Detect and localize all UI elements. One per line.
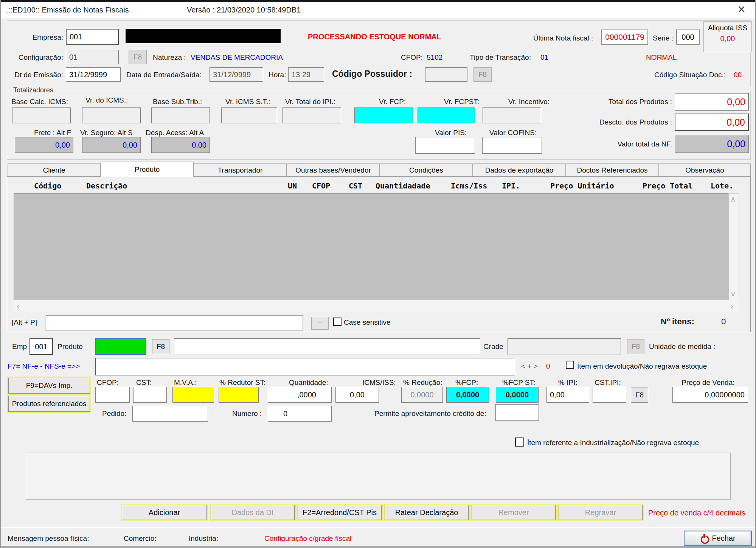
col-codigo: Código [34, 181, 61, 190]
quantidade-label: Quantidade: [289, 378, 328, 387]
serie-value: 000 [676, 30, 700, 45]
plus-nav[interactable]: < + > [521, 362, 538, 371]
vr-total-ipi-input[interactable] [283, 107, 341, 123]
window-version: Versão : 21/03/2020 10:58:49DB1 [187, 6, 301, 14]
numero-label: Numero : [232, 409, 262, 418]
app-window: .::ED100:: Emissão de Notas Fiscais Vers… [0, 0, 756, 548]
valor-cofins-label: Valor COFINS: [489, 129, 537, 137]
davs-imp-button[interactable]: F9=DAVs Imp. [8, 378, 90, 394]
fechar-button[interactable]: Fechar [684, 531, 752, 546]
col-quantidade: Quantidadade [376, 181, 430, 190]
cst-ipi-f8-button[interactable]: F8 [631, 388, 648, 403]
cst-ipi-input[interactable] [593, 387, 626, 403]
produtos-referenciados-button[interactable]: Produtos referenciados [8, 396, 90, 412]
base-sub-trib-input[interactable] [151, 107, 210, 123]
tipo-transacao-value: 01 [540, 53, 548, 62]
pedido-input[interactable] [132, 406, 208, 422]
vr-fcp-input[interactable] [354, 107, 413, 123]
cst-detail-label: CST: [136, 378, 152, 387]
footer-separator [1, 527, 756, 528]
base-calc-icms-label: Base Calc. ICMS: [11, 98, 68, 106]
entrada-saida-input[interactable]: 31/12/9999 [210, 67, 263, 82]
ipi-input[interactable]: 0,00 [546, 387, 589, 403]
tab-outras-bases[interactable]: Outras bases/Vendedor [287, 163, 380, 177]
tab-observacao[interactable]: Observação [659, 163, 751, 177]
total-produtos-value: 0,00 [675, 93, 749, 111]
tab-doctos-referenciados[interactable]: Doctos Referenciados [566, 163, 659, 177]
scroll-up-icon[interactable]: ∧ [730, 195, 736, 204]
preco-venda-label: Preço de Venda: [681, 378, 735, 387]
tab-transportador[interactable]: Transportador [194, 163, 287, 177]
situacao-doc-value: 00 [734, 71, 742, 79]
vr-icms-input[interactable] [82, 107, 141, 123]
valor-total-nf-value: 0,00 [675, 135, 749, 153]
items-grid-vscrollbar[interactable]: ∧ ∨ [728, 193, 739, 300]
valor-pis-input[interactable] [415, 137, 475, 154]
produto-codigo-input[interactable] [95, 338, 146, 355]
f7-nfe-label: F7= NF-e - NFS-e =>> [8, 362, 80, 371]
browse-button[interactable]: ... [311, 317, 329, 330]
product-search-input[interactable] [46, 315, 303, 330]
codigo-possuidor-input[interactable] [425, 67, 467, 82]
quantidade-input[interactable]: ,0000 [268, 387, 332, 403]
col-un: UN [288, 181, 297, 190]
industrializacao-checkbox[interactable] [515, 437, 524, 447]
icms-iss-input[interactable]: 0,00 [335, 387, 379, 403]
scroll-right-icon[interactable]: › [730, 301, 733, 311]
items-grid[interactable] [14, 193, 728, 300]
credito-label: Permite aproveitamento crédito de: [374, 409, 486, 418]
dt-emissao-input[interactable]: 31/12/9999 [66, 67, 121, 82]
scroll-left-icon[interactable]: ‹ [17, 301, 20, 311]
case-sensitive-checkbox[interactable] [333, 318, 342, 326]
seguro-input[interactable]: 0,00 [82, 137, 141, 153]
desp-acess-input[interactable]: 0,00 [151, 137, 210, 153]
base-calc-icms-input[interactable] [12, 107, 71, 123]
fcpst-input[interactable]: 0,0000 [496, 387, 539, 403]
total-produtos-label: Total dos Produtos : [583, 98, 672, 106]
reducao-input[interactable]: 0,0000 [401, 387, 443, 403]
ratear-declaracao-button[interactable]: Ratear Declaração [385, 505, 469, 520]
fcp-input[interactable]: 0,0000 [446, 387, 489, 403]
cfop-detail-input[interactable] [95, 387, 130, 403]
cfop-header-label: CFOP: [401, 53, 423, 62]
devolucao-label: Ítem em devolução/Não regrava estoque [577, 362, 707, 371]
title-bar: .::ED100:: Emissão de Notas Fiscais Vers… [1, 2, 756, 18]
vr-fcpst-input[interactable] [418, 107, 475, 123]
cst-detail-input[interactable] [133, 387, 167, 403]
redutor-st-input[interactable] [219, 387, 259, 403]
frete-input[interactable]: 0,00 [15, 137, 73, 153]
possuidor-f8-button: F8 [473, 67, 492, 82]
mva-input[interactable] [172, 387, 214, 403]
seguro-label: Vr. Seguro: Alt S [80, 129, 133, 137]
grade-label: Grade [483, 342, 503, 351]
close-icon[interactable]: × [737, 2, 745, 17]
devolucao-checkbox[interactable] [566, 361, 574, 369]
scroll-down-icon[interactable]: ∨ [730, 289, 736, 298]
tab-dados-exportacao[interactable]: Dados de exportação [473, 163, 566, 177]
empresa-input[interactable]: 001 [66, 29, 119, 45]
message-box [26, 453, 731, 500]
preco-4-decimais-note: Preço de venda c/4 decimais [648, 509, 745, 517]
grade-input[interactable] [508, 338, 621, 355]
vr-icms-st-input[interactable] [221, 107, 277, 123]
adicionar-button[interactable]: Adicionar [122, 505, 207, 520]
vr-icms-st-label: Vr. ICMS S.T.: [225, 98, 270, 106]
aliquota-iss-value: 0,00 [704, 34, 751, 43]
produto-f8-button[interactable]: F8 [152, 339, 169, 354]
tab-produto[interactable]: Produto [101, 162, 194, 177]
tab-cliente[interactable]: Cliente [8, 163, 101, 177]
f2-arredond-button[interactable]: F2=Arredond/CST Pis [298, 505, 382, 520]
vr-incentivo-input[interactable] [483, 107, 541, 123]
items-grid-hscrollbar[interactable]: ‹ › [14, 301, 739, 311]
config-input[interactable]: 01 [66, 50, 119, 64]
produto-tab-panel: Código Descrição UN CFOP CST Quantidadad… [7, 176, 751, 332]
preco-venda-input[interactable]: 0,00000000 [672, 387, 748, 403]
tab-condicoes[interactable]: Condições [380, 163, 473, 177]
produto-descricao-input[interactable] [174, 338, 480, 355]
hora-input[interactable]: 13 29 [288, 67, 324, 82]
nfe-input[interactable] [95, 358, 515, 375]
numero-input[interactable]: 0 [268, 406, 332, 422]
emp-input[interactable]: 001 [29, 338, 53, 355]
valor-cofins-input[interactable] [482, 137, 542, 154]
credito-input[interactable] [495, 404, 539, 421]
